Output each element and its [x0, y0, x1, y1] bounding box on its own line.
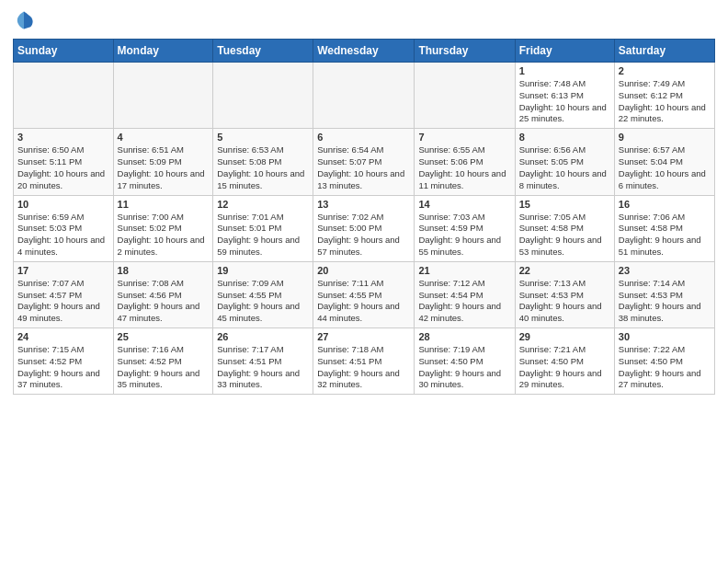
day-number: 16 — [619, 199, 711, 210]
day-info: Sunrise: 7:21 AM Sunset: 4:50 PM Dayligh… — [519, 344, 610, 391]
day-info: Sunrise: 6:51 AM Sunset: 5:09 PM Dayligh… — [118, 144, 210, 191]
logo — [13, 9, 39, 31]
calendar-week-row: 10Sunrise: 6:59 AM Sunset: 5:03 PM Dayli… — [14, 195, 715, 261]
calendar-cell: 3Sunrise: 6:50 AM Sunset: 5:11 PM Daylig… — [14, 129, 114, 195]
day-number: 5 — [217, 132, 309, 143]
day-number: 24 — [17, 331, 109, 342]
calendar-cell — [113, 63, 213, 129]
calendar-cell — [313, 63, 415, 129]
calendar-cell: 21Sunrise: 7:12 AM Sunset: 4:54 PM Dayli… — [415, 261, 515, 327]
day-number: 17 — [17, 265, 109, 276]
logo-icon — [13, 9, 35, 31]
day-info: Sunrise: 7:18 AM Sunset: 4:51 PM Dayligh… — [317, 344, 410, 391]
weekday-header-sunday: Sunday — [14, 40, 114, 63]
day-info: Sunrise: 6:56 AM Sunset: 5:05 PM Dayligh… — [519, 144, 610, 191]
calendar-cell — [415, 63, 515, 129]
calendar-cell — [213, 63, 313, 129]
day-info: Sunrise: 6:55 AM Sunset: 5:06 PM Dayligh… — [418, 144, 510, 191]
calendar-cell — [14, 63, 114, 129]
calendar-cell: 16Sunrise: 7:06 AM Sunset: 4:58 PM Dayli… — [614, 195, 714, 261]
day-number: 20 — [317, 265, 410, 276]
weekday-header-saturday: Saturday — [614, 40, 714, 63]
calendar-cell: 30Sunrise: 7:22 AM Sunset: 4:50 PM Dayli… — [614, 328, 714, 395]
day-info: Sunrise: 6:50 AM Sunset: 5:11 PM Dayligh… — [17, 144, 109, 191]
day-number: 10 — [17, 199, 109, 210]
day-info: Sunrise: 7:17 AM Sunset: 4:51 PM Dayligh… — [217, 344, 309, 391]
calendar-cell: 27Sunrise: 7:18 AM Sunset: 4:51 PM Dayli… — [313, 328, 415, 395]
day-number: 21 — [418, 265, 510, 276]
day-info: Sunrise: 7:22 AM Sunset: 4:50 PM Dayligh… — [619, 344, 711, 391]
day-number: 26 — [217, 331, 309, 342]
weekday-header-thursday: Thursday — [415, 40, 515, 63]
calendar-cell: 22Sunrise: 7:13 AM Sunset: 4:53 PM Dayli… — [515, 261, 614, 327]
day-number: 25 — [118, 331, 210, 342]
calendar-cell: 6Sunrise: 6:54 AM Sunset: 5:07 PM Daylig… — [313, 129, 415, 195]
calendar-cell: 24Sunrise: 7:15 AM Sunset: 4:52 PM Dayli… — [14, 328, 114, 395]
day-info: Sunrise: 6:57 AM Sunset: 5:04 PM Dayligh… — [619, 144, 711, 191]
day-number: 12 — [217, 199, 309, 210]
calendar-week-row: 3Sunrise: 6:50 AM Sunset: 5:11 PM Daylig… — [14, 129, 715, 195]
day-number: 23 — [619, 265, 711, 276]
day-number: 28 — [418, 331, 510, 342]
calendar-cell: 4Sunrise: 6:51 AM Sunset: 5:09 PM Daylig… — [113, 129, 213, 195]
calendar-cell: 15Sunrise: 7:05 AM Sunset: 4:58 PM Dayli… — [515, 195, 614, 261]
calendar-table: SundayMondayTuesdayWednesdayThursdayFrid… — [13, 39, 715, 395]
day-number: 22 — [519, 265, 610, 276]
day-info: Sunrise: 7:08 AM Sunset: 4:56 PM Dayligh… — [118, 278, 210, 325]
calendar-cell: 7Sunrise: 6:55 AM Sunset: 5:06 PM Daylig… — [415, 129, 515, 195]
weekday-header-friday: Friday — [515, 40, 614, 63]
day-info: Sunrise: 7:13 AM Sunset: 4:53 PM Dayligh… — [519, 278, 610, 325]
day-number: 18 — [118, 265, 210, 276]
day-info: Sunrise: 7:12 AM Sunset: 4:54 PM Dayligh… — [418, 278, 510, 325]
calendar-cell: 28Sunrise: 7:19 AM Sunset: 4:50 PM Dayli… — [415, 328, 515, 395]
day-info: Sunrise: 7:19 AM Sunset: 4:50 PM Dayligh… — [418, 344, 510, 391]
calendar-cell: 26Sunrise: 7:17 AM Sunset: 4:51 PM Dayli… — [213, 328, 313, 395]
calendar-cell: 11Sunrise: 7:00 AM Sunset: 5:02 PM Dayli… — [113, 195, 213, 261]
day-number: 4 — [118, 132, 210, 143]
day-number: 3 — [17, 132, 109, 143]
day-info: Sunrise: 7:49 AM Sunset: 6:12 PM Dayligh… — [619, 78, 711, 125]
weekday-header-tuesday: Tuesday — [213, 40, 313, 63]
day-number: 7 — [418, 132, 510, 143]
day-number: 15 — [519, 199, 610, 210]
weekday-header-row: SundayMondayTuesdayWednesdayThursdayFrid… — [14, 40, 715, 63]
day-number: 29 — [519, 331, 610, 342]
day-number: 1 — [519, 65, 610, 76]
day-info: Sunrise: 7:48 AM Sunset: 6:13 PM Dayligh… — [519, 78, 610, 125]
day-number: 11 — [118, 199, 210, 210]
calendar-cell: 9Sunrise: 6:57 AM Sunset: 5:04 PM Daylig… — [614, 129, 714, 195]
day-number: 2 — [619, 65, 711, 76]
calendar-cell: 2Sunrise: 7:49 AM Sunset: 6:12 PM Daylig… — [614, 63, 714, 129]
calendar-cell: 25Sunrise: 7:16 AM Sunset: 4:52 PM Dayli… — [113, 328, 213, 395]
header — [13, 9, 715, 31]
day-number: 30 — [619, 331, 711, 342]
calendar-cell: 5Sunrise: 6:53 AM Sunset: 5:08 PM Daylig… — [213, 129, 313, 195]
calendar-cell: 20Sunrise: 7:11 AM Sunset: 4:55 PM Dayli… — [313, 261, 415, 327]
day-number: 8 — [519, 132, 610, 143]
day-info: Sunrise: 7:11 AM Sunset: 4:55 PM Dayligh… — [317, 278, 410, 325]
day-number: 13 — [317, 199, 410, 210]
calendar-cell: 14Sunrise: 7:03 AM Sunset: 4:59 PM Dayli… — [415, 195, 515, 261]
calendar-cell: 19Sunrise: 7:09 AM Sunset: 4:55 PM Dayli… — [213, 261, 313, 327]
day-number: 9 — [619, 132, 711, 143]
day-info: Sunrise: 7:09 AM Sunset: 4:55 PM Dayligh… — [217, 278, 309, 325]
day-info: Sunrise: 7:15 AM Sunset: 4:52 PM Dayligh… — [17, 344, 109, 391]
calendar-cell: 1Sunrise: 7:48 AM Sunset: 6:13 PM Daylig… — [515, 63, 614, 129]
weekday-header-wednesday: Wednesday — [313, 40, 415, 63]
calendar-cell: 13Sunrise: 7:02 AM Sunset: 5:00 PM Dayli… — [313, 195, 415, 261]
calendar-week-row: 1Sunrise: 7:48 AM Sunset: 6:13 PM Daylig… — [14, 63, 715, 129]
day-info: Sunrise: 6:54 AM Sunset: 5:07 PM Dayligh… — [317, 144, 410, 191]
day-info: Sunrise: 7:03 AM Sunset: 4:59 PM Dayligh… — [418, 212, 510, 259]
calendar-cell: 8Sunrise: 6:56 AM Sunset: 5:05 PM Daylig… — [515, 129, 614, 195]
calendar-cell: 10Sunrise: 6:59 AM Sunset: 5:03 PM Dayli… — [14, 195, 114, 261]
day-number: 6 — [317, 132, 410, 143]
day-info: Sunrise: 7:02 AM Sunset: 5:00 PM Dayligh… — [317, 212, 410, 259]
calendar-cell: 18Sunrise: 7:08 AM Sunset: 4:56 PM Dayli… — [113, 261, 213, 327]
page-container: SundayMondayTuesdayWednesdayThursdayFrid… — [0, 0, 728, 402]
weekday-header-monday: Monday — [113, 40, 213, 63]
calendar-cell: 29Sunrise: 7:21 AM Sunset: 4:50 PM Dayli… — [515, 328, 614, 395]
day-info: Sunrise: 6:59 AM Sunset: 5:03 PM Dayligh… — [17, 212, 109, 259]
day-number: 27 — [317, 331, 410, 342]
calendar-cell: 23Sunrise: 7:14 AM Sunset: 4:53 PM Dayli… — [614, 261, 714, 327]
day-info: Sunrise: 7:01 AM Sunset: 5:01 PM Dayligh… — [217, 212, 309, 259]
